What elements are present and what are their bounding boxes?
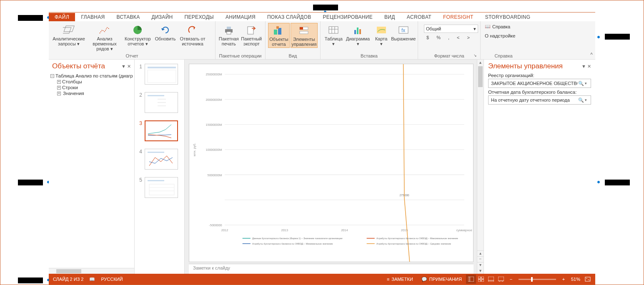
tab-slideshow[interactable]: ПОКАЗ СЛАЙДОВ [261, 13, 317, 21]
view-sorter-icon[interactable] [476, 275, 486, 284]
svg-text:Данные бухгалтерского баланса : Данные бухгалтерского баланса (Форма 1) … [252, 237, 342, 240]
view-slideshow-icon[interactable] [496, 275, 506, 284]
horizontal-scrollbar[interactable] [49, 268, 134, 274]
btn-expression[interactable]: fx Выражение [392, 23, 415, 47]
notes-button[interactable]: ≡ЗАМЕТКИ [383, 275, 417, 283]
language-button[interactable]: РУССКИЙ [101, 277, 123, 282]
search-icon[interactable]: 🔍 [577, 81, 585, 86]
scroll-down-icon[interactable]: ▼ [477, 268, 484, 274]
tab-storyboarding[interactable]: STORYBOARDING [479, 13, 536, 21]
btn-refresh[interactable]: Обновить [153, 23, 178, 52]
search-icon[interactable]: 🔍 [577, 98, 585, 103]
field1-input[interactable]: ЗАКРЫТОЕ АКЦИОНЕРНОЕ ОБЩЕСТВО "L 🔍 ▾ [488, 79, 591, 88]
fmt-comma[interactable]: , [446, 35, 452, 40]
next-slide-icon[interactable]: ▾ [477, 262, 484, 268]
tab-transitions[interactable]: ПЕРЕХОДЫ [179, 13, 220, 21]
btn-batch-export[interactable]: Пакетныйэкспорт [241, 23, 263, 47]
pane-menu-icon[interactable]: ▼ [121, 64, 126, 69]
svg-rect-17 [354, 30, 356, 34]
tab-acrobat[interactable]: ACROBAT [401, 13, 437, 21]
vertical-scrollbar[interactable]: ▲ ▴ − ▾ ▼ [477, 60, 484, 274]
tab-home[interactable]: ГЛАВНАЯ [75, 13, 110, 21]
field2-input[interactable]: На отчетную дату отчетного периода 🔍 ▾ [488, 95, 591, 105]
chevron-down-icon[interactable]: ▾ [585, 81, 590, 85]
svg-rect-83 [498, 277, 504, 281]
btn-report-objects[interactable]: Объектыотчета [268, 23, 290, 48]
pane-title: Объекты отчёта [52, 62, 105, 70]
btn-table[interactable]: Таблица ▾ [323, 23, 344, 47]
chevron-down-icon[interactable]: ▾ [585, 98, 590, 102]
svg-text:Атрибуты бухгалтерского баланс: Атрибуты бухгалтерского баланса по ОКВЭД… [376, 242, 451, 245]
svg-text:2012: 2012 [221, 228, 228, 232]
about-button[interactable]: О надстройке [485, 33, 522, 38]
svg-text:5000000M: 5000000M [208, 173, 222, 177]
view-reading-icon[interactable] [486, 275, 496, 284]
svg-text:Атрибуты бухгалтерского баланс: Атрибуты бухгалтерского баланса по ОКВЭД… [376, 237, 458, 240]
zoom-in-button[interactable]: + [559, 275, 569, 284]
close-icon[interactable]: ✕ [127, 64, 131, 69]
btn-chart[interactable]: Диаграмма ▾ [345, 23, 371, 47]
tree-columns[interactable]: +Столбцы [50, 79, 133, 85]
fit-window-icon[interactable] [583, 275, 593, 284]
thumb-1[interactable] [145, 64, 178, 85]
tab-design[interactable]: ДИЗАЙН [145, 13, 178, 21]
view-normal-icon[interactable] [466, 275, 476, 284]
btn-unbind[interactable]: Отвязать отисточника [178, 23, 207, 52]
slide-counter[interactable]: СЛАЙД 2 ИЗ 2 [53, 277, 83, 282]
slide-canvas[interactable]: -50000005000000M10000000M15000000M200000… [189, 64, 474, 262]
thumb-2[interactable] [145, 92, 178, 113]
svg-rect-13 [329, 27, 338, 33]
close-icon[interactable]: ✕ [587, 64, 591, 69]
btn-time-series[interactable]: Анализ временныхрядов ▾ [87, 23, 122, 52]
svg-rect-5 [227, 32, 231, 34]
btn-report-designer[interactable]: Конструкторотчетов ▾ [123, 23, 153, 52]
tab-file[interactable]: ФАЙЛ [49, 13, 75, 21]
btn-map[interactable]: Карта ▾ [372, 23, 391, 47]
zoom-out-button[interactable]: − [506, 275, 516, 284]
number-format-combo[interactable]: Общий▾ [424, 25, 478, 33]
thumb-5[interactable] [145, 177, 178, 198]
tab-animation[interactable]: АНИМАЦИЯ [220, 13, 261, 21]
collapse-ribbon-icon[interactable]: ^ [590, 52, 593, 58]
tree-values[interactable]: +Значения [50, 90, 133, 96]
ribbon-tabs: ФАЙЛ ГЛАВНАЯ ВСТАВКА ДИЗАЙН ПЕРЕХОДЫ АНИ… [49, 12, 595, 21]
fmt-dec-less[interactable]: < [454, 35, 462, 40]
tree-root[interactable]: −Таблица Анализ по статьям (диагр [50, 73, 133, 79]
controls-pane: Элементы управления ▼ ✕ Реестр организац… [484, 60, 595, 274]
printer-icon [223, 24, 234, 36]
svg-rect-77 [478, 277, 481, 279]
scroll-up-icon[interactable]: ▲ [477, 60, 484, 65]
tab-foresight[interactable]: FORESIGHT [437, 13, 479, 21]
help-link[interactable]: 📖Справка [485, 24, 522, 29]
slide-marker-icon[interactable]: − [477, 256, 484, 262]
zoom-slider[interactable] [519, 279, 556, 280]
notes-placeholder[interactable]: Заметки к слайду [189, 264, 474, 274]
svg-text:fx: fx [401, 28, 405, 33]
pane-menu-icon[interactable]: ▼ [581, 64, 586, 69]
tab-review[interactable]: РЕЦЕНЗИРОВАНИЕ [317, 13, 378, 21]
svg-rect-80 [481, 280, 484, 282]
table-icon [328, 24, 339, 36]
thumb-4[interactable] [145, 149, 178, 170]
group-title-insert: Вставка [323, 53, 415, 58]
svg-rect-11 [300, 31, 308, 34]
prev-slide-icon[interactable]: ▴ [477, 250, 484, 256]
svg-text:20000000M: 20000000M [205, 98, 222, 102]
btn-controls[interactable]: Элементыуправления [291, 23, 318, 48]
fmt-dec-more[interactable]: > [464, 35, 472, 40]
thumb-3[interactable] [145, 120, 178, 141]
fmt-percent[interactable]: % [434, 35, 443, 40]
tree-rows[interactable]: +Строки [50, 85, 133, 90]
zoom-level[interactable]: 51% [569, 275, 583, 283]
fmt-currency[interactable]: $ [424, 35, 431, 40]
tab-insert[interactable]: ВСТАВКА [111, 13, 146, 21]
svg-rect-9 [276, 26, 279, 29]
spellcheck-icon[interactable]: 📖 [89, 277, 95, 282]
dialog-launcher-icon[interactable]: ↘ [474, 53, 477, 58]
tab-view[interactable]: ВИД [378, 13, 401, 21]
ribbon: Аналитическиезапросы ▾ Анализ временныхр… [49, 21, 595, 60]
btn-analytical-queries[interactable]: Аналитическиезапросы ▾ [51, 23, 86, 52]
comments-button[interactable]: 💬ПРИМЕЧАНИЯ [417, 275, 466, 284]
btn-batch-print[interactable]: Пакетнаяпечать [218, 23, 240, 47]
svg-rect-25 [148, 95, 164, 96]
